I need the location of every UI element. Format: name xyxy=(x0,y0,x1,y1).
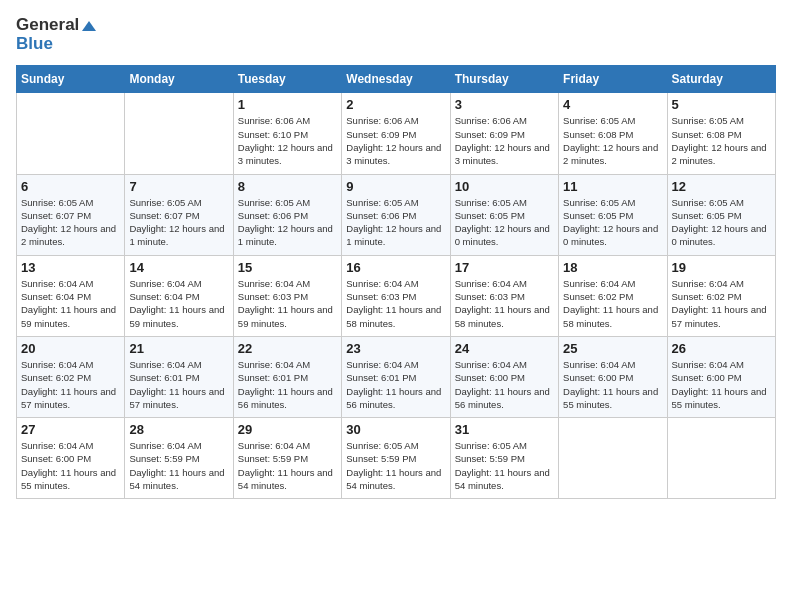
day-number: 2 xyxy=(346,97,445,112)
calendar-cell: 13Sunrise: 6:04 AM Sunset: 6:04 PM Dayli… xyxy=(17,255,125,336)
day-number: 25 xyxy=(563,341,662,356)
day-info: Sunrise: 6:04 AM Sunset: 6:03 PM Dayligh… xyxy=(346,277,445,330)
calendar-cell: 9Sunrise: 6:05 AM Sunset: 6:06 PM Daylig… xyxy=(342,174,450,255)
weekday-header: Thursday xyxy=(450,66,558,93)
day-number: 9 xyxy=(346,179,445,194)
day-info: Sunrise: 6:04 AM Sunset: 6:00 PM Dayligh… xyxy=(563,358,662,411)
logo-text: General Blue xyxy=(16,16,96,53)
weekday-header-row: SundayMondayTuesdayWednesdayThursdayFrid… xyxy=(17,66,776,93)
day-number: 1 xyxy=(238,97,337,112)
calendar-cell: 10Sunrise: 6:05 AM Sunset: 6:05 PM Dayli… xyxy=(450,174,558,255)
calendar-cell: 19Sunrise: 6:04 AM Sunset: 6:02 PM Dayli… xyxy=(667,255,775,336)
weekday-header: Saturday xyxy=(667,66,775,93)
calendar-cell xyxy=(17,93,125,174)
day-info: Sunrise: 6:04 AM Sunset: 6:04 PM Dayligh… xyxy=(21,277,120,330)
day-number: 8 xyxy=(238,179,337,194)
day-info: Sunrise: 6:04 AM Sunset: 6:02 PM Dayligh… xyxy=(672,277,771,330)
day-number: 4 xyxy=(563,97,662,112)
day-info: Sunrise: 6:06 AM Sunset: 6:09 PM Dayligh… xyxy=(346,114,445,167)
day-number: 21 xyxy=(129,341,228,356)
day-number: 10 xyxy=(455,179,554,194)
calendar-cell: 17Sunrise: 6:04 AM Sunset: 6:03 PM Dayli… xyxy=(450,255,558,336)
calendar-cell: 16Sunrise: 6:04 AM Sunset: 6:03 PM Dayli… xyxy=(342,255,450,336)
calendar-cell: 18Sunrise: 6:04 AM Sunset: 6:02 PM Dayli… xyxy=(559,255,667,336)
day-number: 6 xyxy=(21,179,120,194)
calendar-cell: 4Sunrise: 6:05 AM Sunset: 6:08 PM Daylig… xyxy=(559,93,667,174)
calendar-cell xyxy=(125,93,233,174)
calendar-cell: 7Sunrise: 6:05 AM Sunset: 6:07 PM Daylig… xyxy=(125,174,233,255)
calendar-cell: 26Sunrise: 6:04 AM Sunset: 6:00 PM Dayli… xyxy=(667,336,775,417)
day-info: Sunrise: 6:04 AM Sunset: 6:04 PM Dayligh… xyxy=(129,277,228,330)
day-number: 14 xyxy=(129,260,228,275)
calendar-table: SundayMondayTuesdayWednesdayThursdayFrid… xyxy=(16,65,776,499)
day-number: 16 xyxy=(346,260,445,275)
day-info: Sunrise: 6:04 AM Sunset: 6:01 PM Dayligh… xyxy=(346,358,445,411)
day-number: 27 xyxy=(21,422,120,437)
day-info: Sunrise: 6:04 AM Sunset: 6:03 PM Dayligh… xyxy=(238,277,337,330)
day-info: Sunrise: 6:04 AM Sunset: 6:03 PM Dayligh… xyxy=(455,277,554,330)
day-info: Sunrise: 6:05 AM Sunset: 6:05 PM Dayligh… xyxy=(672,196,771,249)
calendar-cell: 12Sunrise: 6:05 AM Sunset: 6:05 PM Dayli… xyxy=(667,174,775,255)
day-number: 13 xyxy=(21,260,120,275)
day-info: Sunrise: 6:05 AM Sunset: 6:07 PM Dayligh… xyxy=(129,196,228,249)
day-info: Sunrise: 6:04 AM Sunset: 6:00 PM Dayligh… xyxy=(21,439,120,492)
calendar-cell: 3Sunrise: 6:06 AM Sunset: 6:09 PM Daylig… xyxy=(450,93,558,174)
weekday-header: Friday xyxy=(559,66,667,93)
day-number: 29 xyxy=(238,422,337,437)
calendar-cell: 20Sunrise: 6:04 AM Sunset: 6:02 PM Dayli… xyxy=(17,336,125,417)
day-number: 24 xyxy=(455,341,554,356)
calendar-week-row: 1Sunrise: 6:06 AM Sunset: 6:10 PM Daylig… xyxy=(17,93,776,174)
day-number: 22 xyxy=(238,341,337,356)
calendar-cell: 8Sunrise: 6:05 AM Sunset: 6:06 PM Daylig… xyxy=(233,174,341,255)
day-info: Sunrise: 6:06 AM Sunset: 6:10 PM Dayligh… xyxy=(238,114,337,167)
day-number: 12 xyxy=(672,179,771,194)
calendar-cell: 24Sunrise: 6:04 AM Sunset: 6:00 PM Dayli… xyxy=(450,336,558,417)
day-number: 26 xyxy=(672,341,771,356)
day-number: 3 xyxy=(455,97,554,112)
day-info: Sunrise: 6:05 AM Sunset: 6:06 PM Dayligh… xyxy=(346,196,445,249)
calendar-week-row: 6Sunrise: 6:05 AM Sunset: 6:07 PM Daylig… xyxy=(17,174,776,255)
calendar-week-row: 20Sunrise: 6:04 AM Sunset: 6:02 PM Dayli… xyxy=(17,336,776,417)
calendar-cell: 28Sunrise: 6:04 AM Sunset: 5:59 PM Dayli… xyxy=(125,418,233,499)
day-number: 17 xyxy=(455,260,554,275)
day-number: 30 xyxy=(346,422,445,437)
calendar-cell: 21Sunrise: 6:04 AM Sunset: 6:01 PM Dayli… xyxy=(125,336,233,417)
day-info: Sunrise: 6:05 AM Sunset: 6:08 PM Dayligh… xyxy=(563,114,662,167)
day-number: 23 xyxy=(346,341,445,356)
weekday-header: Tuesday xyxy=(233,66,341,93)
calendar-cell xyxy=(667,418,775,499)
day-number: 15 xyxy=(238,260,337,275)
weekday-header: Wednesday xyxy=(342,66,450,93)
calendar-cell: 11Sunrise: 6:05 AM Sunset: 6:05 PM Dayli… xyxy=(559,174,667,255)
day-info: Sunrise: 6:05 AM Sunset: 5:59 PM Dayligh… xyxy=(455,439,554,492)
day-info: Sunrise: 6:04 AM Sunset: 6:01 PM Dayligh… xyxy=(129,358,228,411)
day-info: Sunrise: 6:05 AM Sunset: 6:05 PM Dayligh… xyxy=(455,196,554,249)
day-info: Sunrise: 6:04 AM Sunset: 6:00 PM Dayligh… xyxy=(672,358,771,411)
calendar-cell: 23Sunrise: 6:04 AM Sunset: 6:01 PM Dayli… xyxy=(342,336,450,417)
calendar-cell: 25Sunrise: 6:04 AM Sunset: 6:00 PM Dayli… xyxy=(559,336,667,417)
calendar-cell: 1Sunrise: 6:06 AM Sunset: 6:10 PM Daylig… xyxy=(233,93,341,174)
calendar-cell xyxy=(559,418,667,499)
calendar-cell: 6Sunrise: 6:05 AM Sunset: 6:07 PM Daylig… xyxy=(17,174,125,255)
day-info: Sunrise: 6:05 AM Sunset: 6:08 PM Dayligh… xyxy=(672,114,771,167)
calendar-cell: 5Sunrise: 6:05 AM Sunset: 6:08 PM Daylig… xyxy=(667,93,775,174)
calendar-cell: 22Sunrise: 6:04 AM Sunset: 6:01 PM Dayli… xyxy=(233,336,341,417)
day-info: Sunrise: 6:04 AM Sunset: 5:59 PM Dayligh… xyxy=(129,439,228,492)
logo: General Blue xyxy=(16,16,96,53)
day-number: 18 xyxy=(563,260,662,275)
day-info: Sunrise: 6:05 AM Sunset: 6:07 PM Dayligh… xyxy=(21,196,120,249)
calendar-cell: 27Sunrise: 6:04 AM Sunset: 6:00 PM Dayli… xyxy=(17,418,125,499)
calendar-week-row: 13Sunrise: 6:04 AM Sunset: 6:04 PM Dayli… xyxy=(17,255,776,336)
calendar-cell: 2Sunrise: 6:06 AM Sunset: 6:09 PM Daylig… xyxy=(342,93,450,174)
day-info: Sunrise: 6:04 AM Sunset: 6:01 PM Dayligh… xyxy=(238,358,337,411)
day-info: Sunrise: 6:04 AM Sunset: 6:00 PM Dayligh… xyxy=(455,358,554,411)
calendar-cell: 31Sunrise: 6:05 AM Sunset: 5:59 PM Dayli… xyxy=(450,418,558,499)
weekday-header: Monday xyxy=(125,66,233,93)
day-info: Sunrise: 6:04 AM Sunset: 5:59 PM Dayligh… xyxy=(238,439,337,492)
day-info: Sunrise: 6:04 AM Sunset: 6:02 PM Dayligh… xyxy=(21,358,120,411)
day-number: 20 xyxy=(21,341,120,356)
calendar-cell: 30Sunrise: 6:05 AM Sunset: 5:59 PM Dayli… xyxy=(342,418,450,499)
calendar-cell: 14Sunrise: 6:04 AM Sunset: 6:04 PM Dayli… xyxy=(125,255,233,336)
day-info: Sunrise: 6:04 AM Sunset: 6:02 PM Dayligh… xyxy=(563,277,662,330)
day-info: Sunrise: 6:05 AM Sunset: 6:06 PM Dayligh… xyxy=(238,196,337,249)
